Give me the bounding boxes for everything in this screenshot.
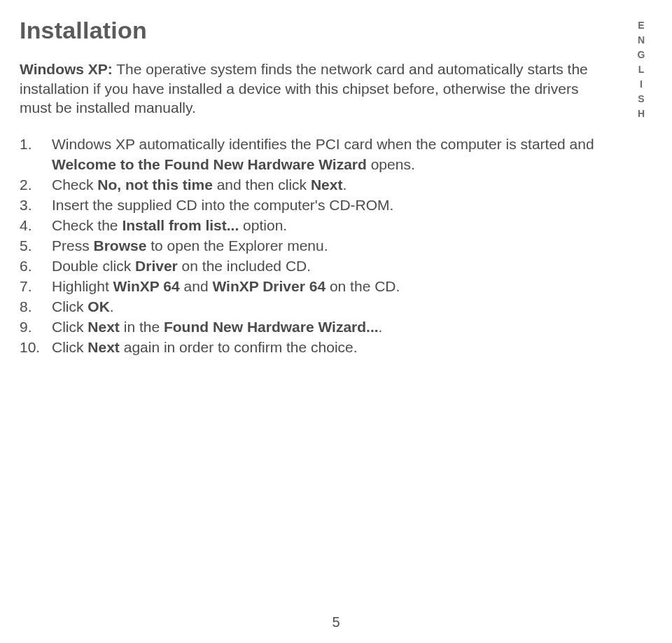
intro-prefix: Windows XP: <box>20 61 113 77</box>
list-item: Insert the supplied CD into the computer… <box>20 195 630 216</box>
intro-paragraph: Windows XP: The operative system finds t… <box>20 60 594 118</box>
list-item: Double click Driver on the included CD. <box>20 256 630 277</box>
language-label: ENGLISH <box>636 20 647 123</box>
list-item: Check No, not this time and then click N… <box>20 175 630 195</box>
list-item: Windows XP automatically identifies the … <box>20 134 630 175</box>
installation-steps: Windows XP automatically identifies the … <box>20 134 630 358</box>
page-title: Installation <box>20 17 630 44</box>
page-number: 5 <box>332 614 340 630</box>
list-item: Press Browse to open the Explorer menu. <box>20 236 630 256</box>
list-item: Highlight WinXP 64 and WinXP Driver 64 o… <box>20 277 630 297</box>
list-item: Click Next in the Found New Hardware Wiz… <box>20 317 630 338</box>
list-item: Click Next again in order to confirm the… <box>20 338 630 358</box>
list-item: Click OK. <box>20 297 630 317</box>
list-item: Check the Install from list... option. <box>20 216 630 236</box>
